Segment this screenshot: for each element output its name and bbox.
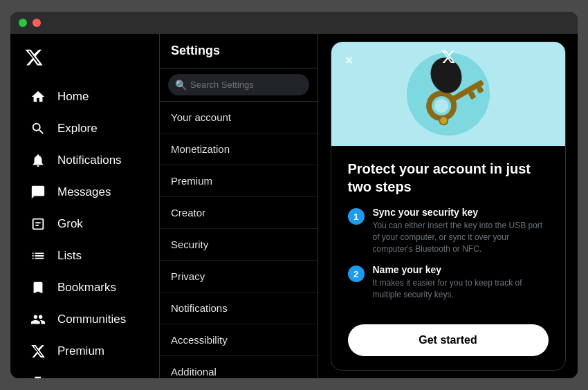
x-logo[interactable] [10,39,159,78]
sidebar-item-label-messages: Messages [57,185,111,199]
window-frame: Home Explore Notifications [10,12,578,378]
explore-icon [30,120,46,137]
sidebar-item-label-verified-orgs: Verified Orgs [57,376,125,378]
modal-title: Protect your account in just two steps [348,160,549,196]
sidebar-item-bookmarks[interactable]: Bookmarks [16,272,154,303]
app-content: Home Explore Notifications [10,34,578,378]
search-icon: 🔍 [175,80,187,91]
svg-rect-0 [33,219,44,230]
notifications-icon [30,152,46,169]
sidebar-item-lists[interactable]: Lists [16,241,154,271]
home-icon [30,89,46,105]
sidebar-item-label-home: Home [57,90,89,104]
modal-overlay[interactable]: ✕ [318,34,578,378]
sidebar-item-messages[interactable]: Messages [16,177,154,207]
settings-menu-premium[interactable]: Premium [160,165,318,197]
sidebar-item-label-grok: Grok [57,217,83,231]
sidebar-item-grok[interactable]: Grok [16,209,154,239]
settings-menu-monetization[interactable]: Monetization [160,133,318,165]
settings-panel: Settings 🔍 Your account Monetization Pre… [159,34,318,378]
sidebar-item-label-bookmarks: Bookmarks [57,281,116,295]
modal-footer: Get started [331,324,565,370]
sidebar-item-label-notifications: Notifications [57,154,122,167]
settings-menu-your-account[interactable]: Your account [160,102,318,133]
sidebar-item-premium[interactable]: Premium [16,336,154,366]
sidebar-item-label-lists: Lists [57,249,82,263]
bookmarks-icon [30,279,46,296]
traffic-light-green[interactable] [19,19,27,27]
settings-menu-creator[interactable]: Creator [160,197,318,229]
sidebar: Home Explore Notifications [10,34,159,378]
step-1-title: Sync your security key [373,207,549,218]
sidebar-item-explore[interactable]: Explore [16,113,154,144]
x-logo-icon [24,48,44,67]
step-1-desc: You can either insert the key into the U… [373,220,549,254]
sidebar-item-label-premium: Premium [57,344,104,358]
messages-icon [30,184,46,201]
lists-icon [30,248,46,264]
modal-x-logo-icon [441,49,456,64]
modal-step-1: 1 Sync your security key You can either … [348,207,549,254]
sidebar-item-label-explore: Explore [57,122,98,136]
title-bar [10,12,578,34]
grok-icon [30,216,46,232]
search-input[interactable] [168,74,309,95]
premium-icon [30,343,46,360]
modal-close-button[interactable]: ✕ [340,50,359,70]
modal-step-2: 2 Name your key It makes it easier for y… [348,264,549,301]
sidebar-nav: Home Explore Notifications [10,81,159,378]
communities-icon [30,311,46,328]
step-2-title: Name your key [373,264,549,275]
sidebar-item-notifications[interactable]: Notifications [16,145,154,176]
verified-orgs-icon [30,375,46,378]
settings-menu-accessibility[interactable]: Accessibility [160,324,318,356]
right-panel: ← Two-factor authentication Two-factor a… [318,34,578,378]
sidebar-item-label-communities: Communities [57,313,126,326]
settings-menu-notifications[interactable]: Notifications [160,292,318,324]
settings-menu-privacy[interactable]: Privacy [160,261,318,292]
sidebar-item-communities[interactable]: Communities [16,304,154,335]
settings-header: Settings [160,34,318,68]
step-1-number: 1 [348,208,365,225]
modal-body: Protect your account in just two steps 1… [331,146,565,324]
settings-menu-security[interactable]: Security [160,229,318,261]
step-2-number: 2 [348,266,365,282]
settings-search-area: 🔍 [160,68,318,102]
traffic-light-red[interactable] [33,19,41,27]
step-2-desc: It makes it easier for you to keep track… [373,277,549,301]
settings-menu-additional[interactable]: Additional [160,356,318,378]
sidebar-item-home[interactable]: Home [16,82,154,112]
modal: ✕ [331,41,566,371]
get-started-button[interactable]: Get started [348,324,549,356]
sidebar-item-verified-orgs[interactable]: Verified Orgs [16,368,154,378]
